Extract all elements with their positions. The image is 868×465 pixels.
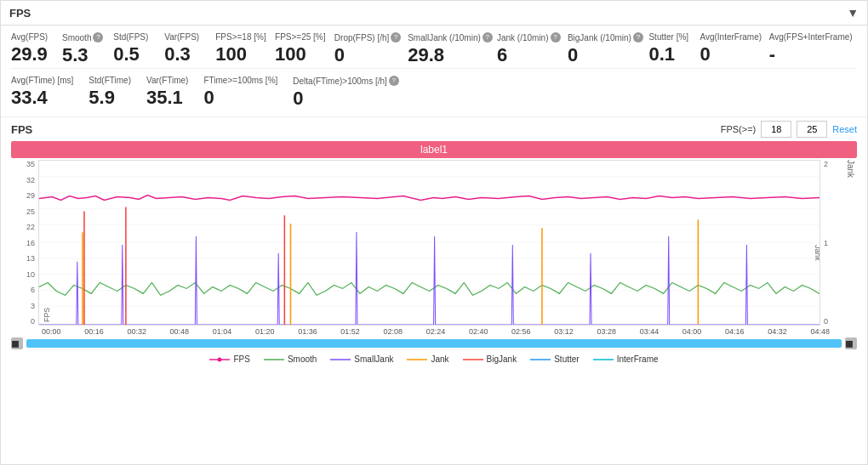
metric-label-2: Std(FPS) [113, 32, 148, 42]
metric-label-6: Drop(FPS) [/h]? [334, 32, 401, 43]
x-label-0344: 03:44 [640, 327, 660, 336]
metric-label-11: Avg(InterFrame) [700, 32, 762, 42]
metric-item-3: Var(FPS)0.3 [164, 32, 215, 65]
reset-button[interactable]: Reset [832, 124, 857, 134]
y-label-3: 3 [11, 302, 35, 310]
y-label-32: 32 [11, 176, 35, 184]
legend-bigjank: BigJank [463, 354, 517, 364]
fps18-input[interactable] [761, 121, 791, 138]
x-label-0328: 03:28 [597, 327, 616, 336]
metric2-label-2: Var(FTime) [146, 76, 188, 85]
y-label-13: 13 [11, 254, 35, 263]
y-right-2: 2 [824, 160, 844, 168]
scrollbar-right-handle[interactable]: ◼ [845, 337, 857, 349]
metric-item-0: Avg(FPS)29.9 [11, 32, 62, 65]
x-label-0048: 00:48 [170, 327, 190, 336]
metric-label-5: FPS>=25 [%] [275, 32, 325, 42]
metric-value-2: 0.5 [113, 43, 140, 65]
metric2-value-0: 33.4 [11, 87, 48, 109]
y-label-25: 25 [11, 207, 35, 216]
metric2-value-1: 5.9 [89, 87, 115, 109]
metric-value-10: 0.1 [648, 43, 675, 65]
metric-label-9: BigJank (/10min)? [568, 32, 643, 43]
help-icon-7[interactable]: ? [483, 32, 493, 43]
x-label-0104: 01:04 [213, 327, 232, 336]
metric-value-4: 100 [215, 43, 247, 65]
x-label-0000: 00:00 [42, 327, 61, 336]
metric2-item-2: Var(FTime)35.1 [146, 76, 203, 109]
svg-text:FPS: FPS [43, 308, 51, 322]
x-label-0120: 01:20 [255, 327, 275, 336]
x-label-0400: 04:00 [682, 327, 702, 336]
x-label-0256: 02:56 [511, 327, 531, 336]
metric2-item-1: Std(FTime)5.9 [89, 76, 146, 109]
svg-point-22 [218, 357, 222, 361]
x-label-0136: 01:36 [298, 327, 317, 336]
metric-value-7: 29.8 [408, 44, 444, 66]
help-icon-6[interactable]: ? [391, 32, 401, 43]
help2-icon-4[interactable]: ? [389, 76, 399, 86]
legend-bigjank-label: BigJank [487, 354, 517, 364]
metric-label-4: FPS>=18 [%] [215, 32, 266, 42]
fps-gte-label: FPS(>=) [721, 124, 757, 134]
legend-stutter-label: Stutter [554, 354, 579, 364]
legend-jank: Jank [407, 354, 448, 364]
metric-label-8: Jank (/10min)? [497, 32, 561, 43]
scrollbar-track[interactable] [26, 339, 842, 348]
legend-smalljank: SmallJank [330, 354, 393, 364]
legend-interframe-label: InterFrame [617, 354, 659, 364]
svg-text:Jank: Jank [814, 245, 820, 261]
metric-value-12: - [769, 43, 775, 65]
help-icon-1[interactable]: ? [93, 32, 103, 43]
metric-value-3: 0.3 [164, 43, 191, 65]
x-label-0312: 03:12 [554, 327, 574, 336]
metric-value-11: 0 [700, 43, 710, 65]
metric-item-4: FPS>=18 [%]100 [215, 32, 275, 65]
metric-item-8: Jank (/10min)?6 [497, 32, 568, 66]
y-right-0: 0 [824, 317, 844, 326]
y-label-0: 0 [11, 317, 35, 326]
metric2-label-3: FTime>=100ms [%] [203, 76, 277, 85]
metric2-item-3: FTime>=100ms [%]0 [203, 76, 293, 109]
metric-label-12: Avg(FPS+InterFrame) [769, 32, 853, 42]
help-icon-8[interactable]: ? [551, 32, 561, 43]
metric2-label-1: Std(FTime) [89, 76, 131, 85]
y-axis-right-label: Jank [846, 160, 855, 178]
y-label-35: 35 [11, 160, 35, 168]
x-label-0448: 04:48 [810, 327, 830, 336]
metric-value-5: 100 [275, 43, 306, 65]
x-label-0152: 01:52 [340, 327, 360, 336]
metric-item-2: Std(FPS)0.5 [113, 32, 164, 65]
dropdown-arrow-icon[interactable]: ▼ [847, 6, 859, 20]
y-right-1: 1 [824, 239, 844, 247]
y-label-6: 6 [11, 286, 35, 294]
legend-smooth: Smooth [264, 354, 317, 364]
x-label-0432: 04:32 [768, 327, 787, 336]
panel-title: FPS [9, 7, 31, 20]
chart-legend: FPS Smooth SmallJank Jank BigJank Stutte… [11, 351, 857, 367]
metric2-item-4: Delta(FTime)>100ms [/h]?0 [293, 76, 414, 110]
x-label-0016: 00:16 [84, 327, 104, 336]
x-label-0032: 00:32 [127, 327, 146, 336]
metric-value-8: 6 [497, 44, 507, 66]
metric-item-1: Smooth?5.3 [62, 32, 113, 66]
metric2-value-4: 0 [293, 88, 303, 110]
x-label-0224: 02:24 [426, 327, 446, 336]
legend-stutter: Stutter [530, 354, 579, 364]
metric-value-6: 0 [334, 44, 345, 66]
legend-jank-label: Jank [431, 354, 448, 364]
metric-value-9: 0 [568, 44, 578, 66]
metric-label-3: Var(FPS) [164, 32, 199, 42]
help-icon-9[interactable]: ? [633, 32, 643, 43]
legend-fps: FPS [209, 354, 249, 364]
metric-item-12: Avg(FPS+InterFrame)- [769, 32, 857, 65]
metric2-item-0: Avg(FTime) [ms]33.4 [11, 76, 89, 109]
chart-title: FPS [11, 123, 32, 136]
scrollbar-left-handle[interactable]: ◼ [11, 337, 23, 349]
x-label-0240: 02:40 [469, 327, 488, 336]
y-label-16: 16 [11, 239, 35, 247]
fps25-input[interactable] [797, 121, 827, 138]
metric2-value-2: 35.1 [146, 87, 183, 109]
metric-label-1: Smooth? [62, 32, 103, 43]
y-label-10: 10 [11, 270, 35, 279]
